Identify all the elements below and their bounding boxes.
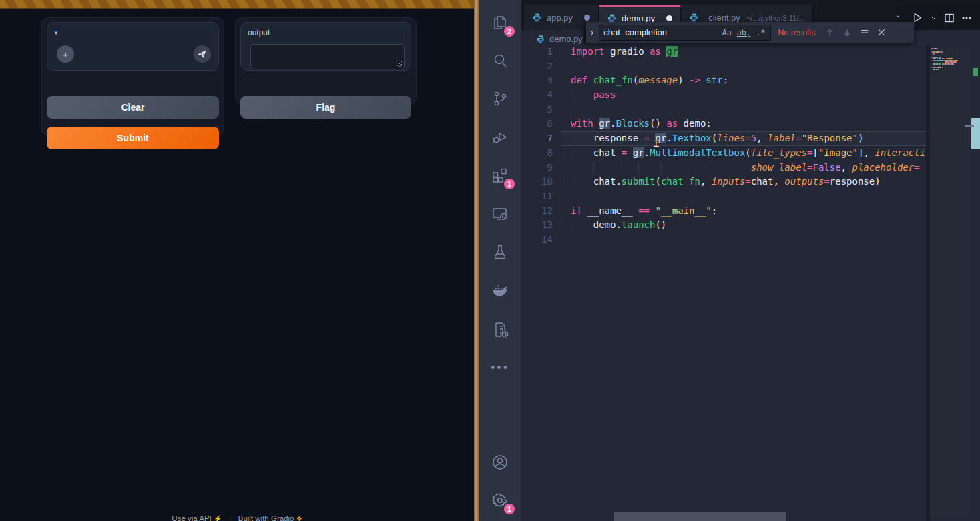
- activity-item-run-and-debug[interactable]: [479, 121, 521, 152]
- find-input[interactable]: [603, 27, 720, 37]
- minimap-line: [933, 58, 936, 59]
- activity-item-additional-views[interactable]: •••: [479, 352, 521, 383]
- code-line-2[interactable]: 2: [521, 59, 926, 74]
- python-icon: [536, 35, 545, 44]
- activity-item-explorer[interactable]: 2: [479, 7, 521, 38]
- code-line-13[interactable]: 13 demo.launch(): [521, 218, 926, 233]
- loading-progress-bar: [0, 0, 474, 9]
- use-via-api-link[interactable]: Use via API: [172, 514, 211, 521]
- code-line-12[interactable]: 12if __name__ == "__main__":: [521, 204, 926, 219]
- minimap[interactable]: [930, 48, 971, 515]
- activity-item-source-control[interactable]: [479, 83, 521, 114]
- breadcrumb-file[interactable]: demo.py: [549, 34, 583, 44]
- line-number: 13: [521, 218, 553, 233]
- minimap-line: [943, 51, 943, 53]
- remote-explorer-icon: [491, 205, 509, 223]
- activity-item-manage[interactable]: 1: [479, 485, 521, 516]
- overview-handle[interactable]: [965, 125, 974, 127]
- code-line-4[interactable]: 4 pass: [521, 88, 926, 103]
- code-line-9[interactable]: 9 show_label=False, placeholder=: [521, 161, 926, 175]
- match-case-toggle[interactable]: Aa: [720, 28, 734, 37]
- overview-occurrence-marker: [973, 68, 978, 76]
- vscode-window: 21•••1 app.py demo.py _client.py~/.../py…: [479, 0, 980, 521]
- gradio-logo-icon: ❖: [296, 515, 302, 521]
- regex-toggle[interactable]: .*: [753, 28, 768, 37]
- gradio-footer: Use via API ⚡ · Built with Gradio ❖: [0, 514, 474, 521]
- line-number: 12: [521, 204, 553, 219]
- account-icon: [491, 453, 509, 472]
- send-icon[interactable]: [194, 45, 211, 63]
- code-line-14[interactable]: 14: [521, 233, 926, 247]
- code-text: show_label=False, placeholder=: [571, 161, 920, 175]
- code-line-8[interactable]: 8 chat = gr.MultimodalTextbox(file_types…: [521, 146, 926, 161]
- run-dropdown-chevron-icon[interactable]: [930, 14, 937, 21]
- more-actions-button[interactable]: [961, 13, 972, 23]
- output-textarea[interactable]: [250, 44, 405, 69]
- line-number: 3: [521, 73, 553, 88]
- attach-file-button[interactable]: +: [57, 45, 74, 63]
- search-icon: [491, 51, 509, 70]
- overview-visible-range-marker[interactable]: [971, 118, 980, 149]
- minimap-line: [937, 69, 938, 70]
- minimap-line: [937, 48, 938, 49]
- minimap-line: [937, 67, 941, 68]
- minimap-line: [939, 58, 941, 59]
- horizontal-scrollbar[interactable]: [614, 512, 786, 521]
- line-number: 2: [521, 59, 553, 74]
- output-textbox-group: output: [240, 22, 411, 71]
- toggle-replace-chevron-icon[interactable]: ›: [586, 27, 599, 37]
- submit-button[interactable]: Submit: [47, 127, 219, 149]
- activity-item-search[interactable]: [479, 45, 521, 76]
- built-with-gradio-link[interactable]: Built with Gradio: [238, 514, 294, 521]
- code-line-6[interactable]: 6with gr.Blocks() as demo:: [521, 117, 926, 131]
- unsaved-dot-icon: [584, 15, 590, 21]
- line-number: 1: [521, 45, 553, 59]
- code-line-7[interactable]: 7 response = gr.Textbox(lines=5, label="…: [521, 131, 926, 146]
- minimap-line: [937, 60, 945, 61]
- output-label: output: [248, 28, 270, 37]
- line-number: 10: [521, 175, 553, 189]
- next-match-button[interactable]: [842, 28, 852, 37]
- tab-label: _client.py: [704, 13, 740, 23]
- overview-ruler[interactable]: [971, 30, 980, 521]
- activity-item-remote-explorer[interactable]: [479, 199, 521, 229]
- code-line-3[interactable]: 3def chat_fn(message) -> str:: [521, 73, 926, 88]
- line-number: 11: [521, 189, 553, 204]
- code-line-10[interactable]: 10 chat.submit(chat_fn, inputs=chat, out…: [521, 175, 926, 189]
- activity-bar: 21•••1: [479, 0, 521, 521]
- split-editor-button[interactable]: [944, 13, 955, 23]
- resize-handle-icon[interactable]: [397, 61, 402, 67]
- flag-button[interactable]: Flag: [240, 96, 411, 119]
- whole-word-toggle[interactable]: ab,: [734, 28, 754, 37]
- minimap-line: [951, 63, 955, 65]
- find-in-selection-button[interactable]: [860, 28, 869, 37]
- line-number: 9: [521, 161, 553, 175]
- output-column-panel: output Flag: [235, 17, 417, 105]
- previous-match-button[interactable]: [825, 28, 834, 37]
- line-number: 6: [521, 117, 553, 131]
- close-icon[interactable]: [877, 28, 886, 37]
- minimap-line: [933, 60, 934, 61]
- multimodal-textbox-group[interactable]: x +: [47, 22, 219, 71]
- minimap-line: [931, 48, 934, 49]
- editor-region: app.py demo.py _client.py~/.../python3.1…: [521, 0, 980, 521]
- minimap-line: [933, 53, 934, 55]
- line-number: 8: [521, 146, 553, 161]
- minimap-line: [948, 58, 952, 59]
- activity-item-tasks[interactable]: [479, 314, 521, 345]
- line-number: 4: [521, 88, 553, 103]
- minimap-line: [933, 67, 936, 68]
- code-editor[interactable]: 1import gradio as gr23def chat_fn(messag…: [521, 45, 926, 485]
- clear-button[interactable]: Clear: [47, 96, 219, 119]
- code-line-5[interactable]: 5: [521, 103, 926, 117]
- more-icon: •••: [491, 361, 509, 375]
- activity-item-testing[interactable]: [479, 237, 521, 268]
- code-line-1[interactable]: 1import gradio as gr: [521, 45, 926, 59]
- python-icon: [532, 13, 542, 23]
- code-line-11[interactable]: 11: [521, 189, 926, 204]
- activity-item-extensions[interactable]: 1: [479, 160, 521, 191]
- activity-item-accounts[interactable]: [479, 447, 521, 478]
- footer-separator: ·: [229, 514, 232, 521]
- code-text: def chat_fn(message) -> str:: [571, 73, 728, 88]
- activity-item-docker[interactable]: [479, 276, 521, 307]
